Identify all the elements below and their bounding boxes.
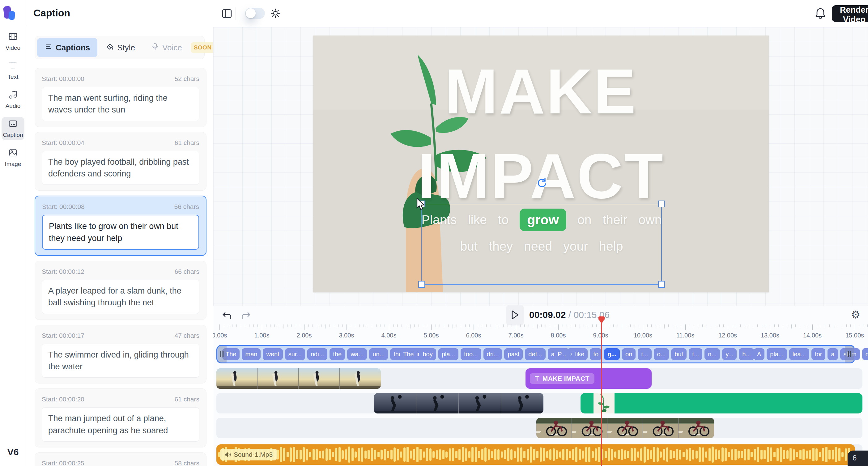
word-chip[interactable]: pla... — [438, 348, 458, 360]
ruler-tick — [558, 324, 559, 330]
undo-icon[interactable] — [222, 311, 232, 321]
word-chip[interactable]: went — [263, 348, 282, 360]
caption-card[interactable]: Start: 00:00:2061 charsThe man jumped ou… — [35, 389, 207, 447]
word-chip[interactable]: to — [590, 348, 602, 360]
waveform-bar — [686, 449, 688, 460]
word-chip[interactable]: P... — [554, 348, 569, 360]
ruler-tick — [643, 324, 643, 330]
rail-item-video[interactable]: Video — [2, 30, 24, 53]
football-video-clip[interactable] — [374, 393, 544, 413]
waveform-bar — [397, 449, 399, 460]
trim-handle-left[interactable] — [217, 346, 226, 363]
play-button[interactable] — [506, 305, 524, 325]
waveform-bar — [293, 447, 295, 462]
word-chip[interactable]: lea... — [789, 348, 809, 360]
audio-clip[interactable]: Sound-1.Mp3 — [216, 444, 855, 465]
word-chip-active[interactable]: g... — [604, 348, 620, 360]
theme-toggle-switch[interactable] — [245, 8, 265, 19]
word-chip[interactable]: pla... — [767, 348, 787, 360]
word-chip[interactable]: o... — [654, 348, 669, 360]
video-preview[interactable]: MAKE IMPACT Plantsliketogrowontheirownbu… — [313, 35, 769, 292]
ruler-tick — [762, 324, 762, 327]
word-chip[interactable]: foo... — [461, 348, 481, 360]
word-chip[interactable]: h... — [739, 348, 754, 360]
word-chip[interactable]: the — [330, 348, 345, 360]
text-clip-make-impact[interactable]: T MAKE IMPACT — [526, 368, 652, 389]
timeline-ruler[interactable] — [213, 324, 868, 331]
plant-video-clip[interactable] — [581, 393, 862, 413]
tab-style[interactable]: Style — [99, 38, 143, 57]
tab-captions[interactable]: Captions — [37, 38, 97, 57]
timeline-settings-gear-icon[interactable]: ⚙ — [850, 309, 861, 320]
caption-text-input[interactable]: The man went surfing, riding the waves u… — [42, 87, 199, 121]
redo-icon[interactable] — [241, 311, 251, 321]
resize-handle-bottom-left[interactable] — [418, 281, 425, 288]
rail-item-caption[interactable]: Caption — [2, 117, 24, 140]
caption-card[interactable]: Start: 00:00:0856 charsPlants like to gr… — [35, 196, 207, 256]
caption-card[interactable]: Start: 00:00:1747 charsThe swimmer dived… — [35, 325, 207, 384]
waveform-bar — [575, 447, 578, 462]
playhead-line[interactable] — [601, 323, 602, 466]
word-chip[interactable]: dri... — [484, 348, 502, 360]
word-chip[interactable]: ridi... — [307, 348, 328, 360]
word-chip[interactable]: t... — [689, 348, 702, 360]
ruler-tick — [334, 324, 334, 327]
caption-text-input[interactable]: Plants like to grow on their own but the… — [42, 215, 199, 250]
word-chip[interactable]: un... — [369, 348, 388, 360]
word-chip[interactable]: sur... — [285, 348, 305, 360]
caption-card[interactable]: Start: 00:00:2558 chars — [35, 453, 207, 466]
ruler-tick — [821, 324, 821, 327]
caption-card[interactable]: Start: 00:00:1266 charsA player leaped f… — [35, 261, 207, 320]
word-chip[interactable]: y... — [722, 348, 737, 360]
resize-handle-top-right[interactable] — [658, 200, 665, 207]
word-chip[interactable]: A — [754, 348, 765, 360]
caption-text-input[interactable]: The boy played football, dribbling past … — [42, 151, 199, 185]
playhead-marker[interactable] — [598, 319, 604, 324]
rail-item-audio[interactable]: Audio — [2, 88, 24, 111]
waveform-bar — [724, 448, 727, 461]
word-chip[interactable]: t... — [638, 348, 651, 360]
resize-handle-bottom-right[interactable] — [658, 281, 665, 288]
ruler-tick — [677, 324, 677, 327]
word-chip[interactable]: wa... — [347, 348, 367, 360]
ruler-tick — [685, 324, 686, 330]
word-chip[interactable]: The — [400, 348, 417, 360]
ruler-tick — [681, 324, 681, 327]
ruler-tick — [473, 324, 474, 330]
cycling-video-clip[interactable] — [536, 418, 714, 438]
trim-handle-right[interactable] — [845, 346, 854, 363]
ruler-tick — [812, 324, 813, 330]
caption-text-input[interactable]: The swimmer dived in, gliding through th… — [42, 344, 199, 378]
panel-toggle-icon[interactable] — [221, 8, 232, 19]
word-chip[interactable]: but — [671, 348, 686, 360]
app-logo[interactable] — [4, 6, 19, 21]
caption-card[interactable]: Start: 00:00:0052 charsThe man went surf… — [35, 68, 207, 127]
caption-text-input[interactable]: The man jumped out of a plane, parachute… — [42, 407, 199, 442]
rail-item-image[interactable]: Image — [2, 146, 24, 169]
word-chip[interactable]: on — [622, 348, 636, 360]
waveform-bar — [536, 451, 538, 458]
word-chip[interactable]: n... — [705, 348, 720, 360]
word-chip[interactable]: boy — [419, 348, 436, 360]
ruler-tick — [389, 324, 389, 330]
surf-video-clip[interactable] — [216, 368, 381, 389]
ruler-tick — [745, 324, 745, 327]
word-chip[interactable]: man — [242, 348, 260, 360]
notifications-bell-icon[interactable] — [815, 7, 826, 20]
caption-word-track[interactable]: Themanwentsur...ridi...thewa...un...thes… — [216, 345, 855, 364]
waveform-bar — [517, 447, 519, 461]
caption-card[interactable]: Start: 00:00:0461 charsThe boy played fo… — [35, 132, 207, 191]
rail-item-text[interactable]: Text — [2, 59, 24, 82]
word-chip[interactable]: for — [811, 348, 825, 360]
tab-voice[interactable]: Voice — [144, 38, 189, 57]
word-chip[interactable]: du... — [862, 348, 868, 360]
ruler-tick — [410, 324, 410, 329]
sun-icon[interactable] — [271, 8, 280, 18]
render-video-button[interactable]: Render Video — [832, 5, 868, 22]
word-chip[interactable]: like — [571, 348, 588, 360]
word-chip[interactable]: def... — [525, 348, 545, 360]
rotate-handle-icon[interactable] — [536, 177, 548, 189]
caption-text-input[interactable]: A player leaped for a slam dunk, the bal… — [42, 280, 199, 314]
word-chip[interactable]: a — [828, 348, 838, 360]
word-chip[interactable]: past — [504, 348, 523, 360]
